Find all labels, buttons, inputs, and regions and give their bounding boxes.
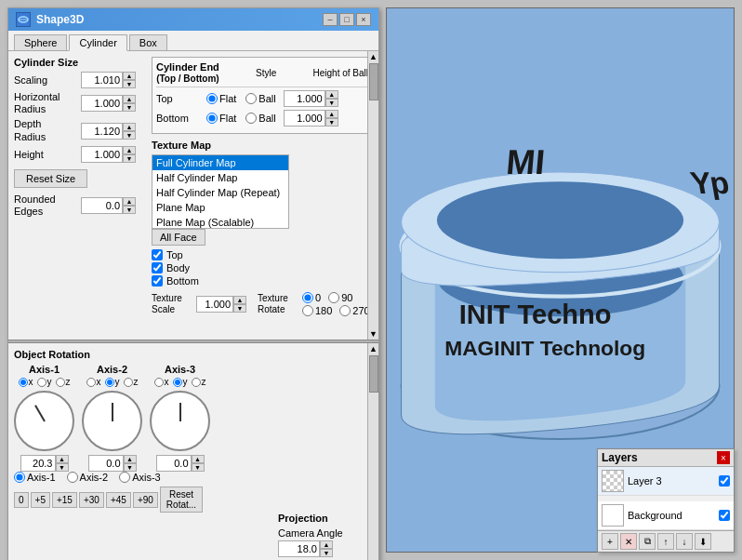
texture-item-half-repeat[interactable]: Half Cylinder Map (Repeat) — [152, 185, 288, 200]
all-face-button[interactable]: All Face — [152, 229, 205, 246]
rot-180-radio[interactable] — [302, 305, 313, 316]
top-height-input[interactable]: 1.000 — [284, 90, 325, 107]
axis2-z-option[interactable]: z — [124, 377, 139, 387]
height-down[interactable]: ▼ — [123, 154, 136, 163]
bottom-flat-radio[interactable] — [206, 113, 218, 124]
axis2-down[interactable]: ▼ — [124, 463, 137, 472]
rounded-up[interactable]: ▲ — [123, 197, 136, 206]
scroll-thumb[interactable] — [369, 63, 378, 100]
axis1-down[interactable]: ▼ — [56, 463, 69, 472]
bscroll-up-arrow[interactable]: ▲ — [368, 343, 378, 353]
top-checkbox[interactable] — [152, 249, 163, 260]
axis1-x-radio[interactable] — [19, 378, 28, 387]
depth-down[interactable]: ▼ — [123, 131, 136, 140]
scaling-input[interactable]: 1.010 — [81, 72, 123, 88]
close-button[interactable]: × — [356, 13, 371, 26]
texture-item-half[interactable]: Half Cylinder Map — [152, 170, 288, 185]
step-45-button[interactable]: +45 — [106, 492, 131, 508]
axis1-dial[interactable] — [14, 391, 74, 451]
ts-down[interactable]: ▼ — [233, 304, 246, 313]
select-axis2-radio[interactable] — [67, 472, 78, 483]
height-input[interactable]: 1.000 — [81, 146, 123, 163]
axis2-dial[interactable] — [82, 391, 142, 451]
axis3-dial[interactable] — [150, 391, 210, 451]
axis3-up[interactable]: ▲ — [192, 455, 205, 463]
select-axis3-option[interactable]: Axis-3 — [119, 472, 161, 483]
axis3-z-radio[interactable] — [192, 378, 201, 387]
axis2-x-radio[interactable] — [86, 378, 96, 387]
camera-up[interactable]: ▲ — [320, 540, 333, 549]
bottom-panel-scrollbar[interactable]: ▲ ▼ — [367, 343, 378, 560]
layer3-visibility-checkbox[interactable] — [719, 475, 730, 487]
reset-size-button[interactable]: Reset Size — [14, 169, 87, 188]
body-checkbox[interactable] — [152, 262, 163, 273]
top-h-up[interactable]: ▲ — [325, 90, 338, 99]
background-visibility-checkbox[interactable] — [719, 510, 730, 521]
axis2-x-option[interactable]: x — [86, 377, 101, 387]
axis2-up[interactable]: ▲ — [124, 455, 137, 463]
rounded-input[interactable]: 0.0 — [81, 197, 123, 214]
scroll-up-arrow[interactable]: ▲ — [368, 51, 378, 61]
bscroll-thumb[interactable] — [369, 355, 378, 393]
top-panel-scrollbar[interactable]: ▲ ▼ — [367, 51, 378, 340]
axis2-angle-input[interactable] — [88, 455, 124, 472]
layer-item-layer3[interactable]: Layer 3 — [598, 467, 734, 496]
axis3-angle-input[interactable] — [156, 455, 192, 472]
top-ball-radio[interactable] — [245, 93, 257, 104]
step-90-button[interactable]: +90 — [133, 492, 158, 508]
rot-0-radio[interactable] — [302, 292, 313, 303]
axis3-y-radio[interactable] — [173, 378, 182, 387]
tab-cylinder[interactable]: Cylinder — [69, 34, 126, 51]
axis1-z-radio[interactable] — [56, 378, 65, 387]
axis1-angle-input[interactable] — [20, 455, 56, 472]
layers-close-button[interactable]: × — [717, 451, 730, 464]
ts-up[interactable]: ▲ — [233, 296, 246, 304]
delete-layer-button[interactable]: ✕ — [620, 533, 637, 550]
bottom-h-up[interactable]: ▲ — [325, 110, 338, 118]
axis1-z-option[interactable]: z — [56, 377, 71, 387]
top-ball-option[interactable]: Ball — [245, 93, 275, 104]
texture-item-plane-scalable[interactable]: Plane Map (Scalable) — [152, 215, 288, 229]
axis1-y-radio[interactable] — [37, 378, 46, 387]
layer-item-background[interactable]: Background — [598, 501, 734, 530]
top-flat-radio[interactable] — [206, 93, 218, 104]
rot-90-radio[interactable] — [328, 292, 339, 303]
select-axis1-radio[interactable] — [14, 472, 25, 483]
bottom-height-input[interactable]: 1.000 — [284, 110, 325, 127]
bottom-ball-radio[interactable] — [245, 113, 257, 124]
bottom-checkbox[interactable] — [152, 275, 163, 287]
bottom-ball-option[interactable]: Ball — [245, 113, 275, 124]
axis2-z-radio[interactable] — [124, 378, 133, 387]
scaling-down[interactable]: ▼ — [123, 80, 136, 88]
bottom-h-down[interactable]: ▼ — [325, 118, 338, 127]
camera-down[interactable]: ▼ — [320, 549, 333, 557]
axis2-y-radio[interactable] — [105, 378, 114, 387]
add-layer-button[interactable]: + — [602, 533, 618, 550]
axis3-y-option[interactable]: y — [173, 377, 188, 387]
minimize-button[interactable]: – — [323, 13, 338, 26]
reset-rotation-button[interactable]: ResetRotat... — [160, 487, 203, 513]
axis2-y-option[interactable]: y — [105, 377, 120, 387]
top-h-down[interactable]: ▼ — [325, 99, 338, 107]
select-axis2-option[interactable]: Axis-2 — [67, 472, 109, 483]
scroll-down-arrow[interactable]: ▼ — [368, 329, 378, 339]
step-0-button[interactable]: 0 — [14, 492, 29, 508]
rounded-down[interactable]: ▼ — [123, 206, 136, 214]
depth-radius-input[interactable]: 1.120 — [81, 123, 123, 140]
select-axis3-radio[interactable] — [119, 472, 130, 483]
duplicate-layer-button[interactable]: ⧉ — [639, 533, 656, 550]
scaling-up[interactable]: ▲ — [123, 72, 136, 80]
merge-down-button[interactable]: ⬇ — [695, 533, 711, 550]
texture-item-full[interactable]: Full Cylinder Map — [152, 155, 288, 170]
move-up-button[interactable]: ↑ — [657, 533, 674, 550]
axis3-x-radio[interactable] — [154, 378, 164, 387]
rot-180-option[interactable]: 180 — [302, 305, 332, 316]
axis3-x-option[interactable]: x — [154, 377, 169, 387]
axis1-y-option[interactable]: y — [37, 377, 52, 387]
texture-list[interactable]: Full Cylinder Map Half Cylinder Map Half… — [152, 154, 289, 229]
step-30-button[interactable]: +30 — [79, 492, 104, 508]
axis3-down[interactable]: ▼ — [192, 463, 205, 472]
bottom-flat-option[interactable]: Flat — [206, 113, 236, 124]
camera-angle-input[interactable]: 18.0 — [278, 540, 320, 557]
axis3-z-option[interactable]: z — [192, 377, 206, 387]
